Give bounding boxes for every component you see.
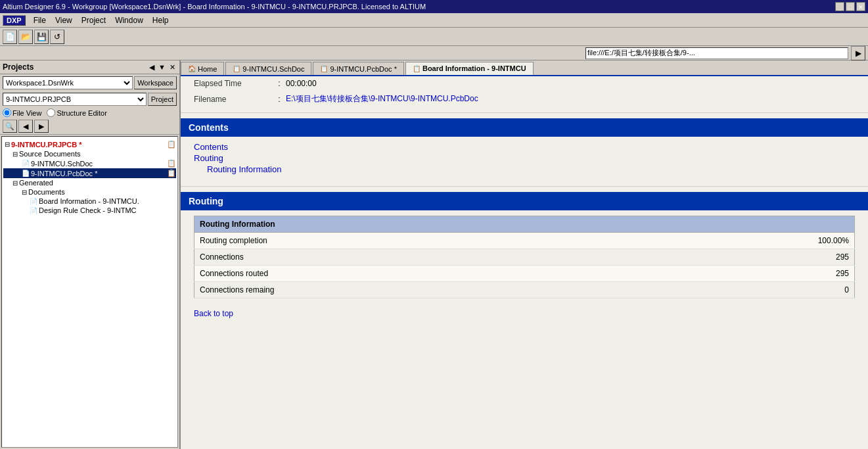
sidebar-icon-btn-3[interactable]: ▶ xyxy=(34,120,49,133)
tree-item-source-docs[interactable]: ⊟ Source Documents xyxy=(3,149,176,158)
menu-help[interactable]: Help xyxy=(148,14,173,26)
menu-window[interactable]: Window xyxy=(111,14,147,26)
connections-remaining-label: Connections remaing xyxy=(194,282,637,298)
generated-label: Generated xyxy=(19,179,53,187)
menu-bar: DXP File View Project Window Help xyxy=(0,13,868,28)
file-view-label: File View xyxy=(12,109,41,117)
toolbar: 📄 📂 💾 ↺ xyxy=(0,28,868,46)
toolbar-open[interactable]: 📂 xyxy=(18,30,33,44)
routing-info-link[interactable]: Routing Information xyxy=(194,164,855,174)
pcbdoc-tab-label: 9-INTMCU.PcbDoc * xyxy=(330,65,396,73)
sidebar-header: Projects ◀ ▼ ✕ xyxy=(0,60,179,74)
structure-editor-label: Structure Editor xyxy=(57,109,106,117)
project-label: 9-INTMCU.PRJPCB * xyxy=(11,141,82,149)
documents-label: Documents xyxy=(28,188,65,196)
table-row: Connections 295 xyxy=(194,249,855,266)
minimize-button[interactable]: _ xyxy=(835,2,844,11)
routing-table-caption: Routing Information xyxy=(194,216,855,233)
sidebar-controls[interactable]: ◀ ▼ ✕ xyxy=(148,63,177,72)
back-to-top: Back to top xyxy=(181,304,868,323)
connections-routed-label: Connections routed xyxy=(194,266,637,282)
drc-label: Design Rule Check - 9-INTMC xyxy=(39,206,137,214)
board-info-label: Board Information - 9-INTMCU. xyxy=(39,197,139,205)
contents-links-section: Contents Routing Routing Information xyxy=(181,137,868,181)
tab-boardinfo[interactable]: 📋 Board Information - 9-INTMCU xyxy=(405,62,534,75)
toolbar-new[interactable]: 📄 xyxy=(3,30,17,44)
sidebar-menu-btn[interactable]: ▼ xyxy=(157,63,167,72)
menu-view[interactable]: View xyxy=(51,14,76,26)
file-view-radio-label[interactable]: File View xyxy=(3,108,41,117)
pcbdoc-label: 9-INTMCU.PcbDoc * xyxy=(31,170,97,177)
connections-remaining-value: 0 xyxy=(637,282,854,298)
table-row: Connections remaing 0 xyxy=(194,282,855,298)
pcbdoc-marker: 📋 xyxy=(167,169,176,177)
title-bar-text: Altium Designer 6.9 - Workgroup [Workspa… xyxy=(3,3,426,11)
address-go-btn[interactable]: ▶ xyxy=(851,46,865,60)
contents-section-header: Contents xyxy=(181,118,868,137)
toolbar-refresh[interactable]: ↺ xyxy=(50,30,64,44)
address-input[interactable] xyxy=(585,47,848,59)
sidebar-icon-btn-2[interactable]: ◀ xyxy=(18,120,33,133)
schdoc-marker: 📋 xyxy=(167,159,176,168)
routing-completion-label: Routing completion xyxy=(194,233,637,249)
sidebar-collapse-btn[interactable]: ◀ xyxy=(148,63,156,72)
divider-1 xyxy=(181,112,868,113)
tab-bar: 🏠 Home 📋 9-INTMCU.SchDoc 📋 9-INTMCU.PcbD… xyxy=(181,60,868,76)
documents-icon: ⊟ xyxy=(22,189,27,196)
connections-routed-value: 295 xyxy=(637,266,854,282)
tab-schdoc[interactable]: 📋 9-INTMCU.SchDoc xyxy=(225,62,311,75)
schdoc-tab-label: 9-INTMCU.SchDoc xyxy=(242,65,304,73)
elapsed-value: 00:00:00 xyxy=(286,79,317,88)
schdoc-tab-icon: 📋 xyxy=(233,65,240,72)
divider-2 xyxy=(181,186,868,187)
tree-item-schdoc[interactable]: 📄 9-INTMCU.SchDoc 📋 xyxy=(3,158,176,168)
content-body: Elapsed Time : 00:00:00 Filename : E:\项目… xyxy=(181,76,868,449)
routing-header-text: Routing xyxy=(189,196,223,206)
toolbar-save[interactable]: 💾 xyxy=(34,30,49,44)
home-tab-icon: 🏠 xyxy=(188,65,196,72)
table-row: Routing completion 100.00% xyxy=(194,233,855,249)
file-tree: ⊟ 9-INTMCU.PRJPCB * 📋 ⊟ Source Documents… xyxy=(1,136,178,448)
filename-label: Filename xyxy=(194,95,273,104)
contents-link[interactable]: Contents xyxy=(194,142,855,152)
boardinfo-tab-label: Board Information - 9-INTMCU xyxy=(423,64,526,72)
dxp-menu[interactable]: DXP xyxy=(3,15,26,26)
contents-header-text: Contents xyxy=(189,122,229,133)
sidebar-close-btn[interactable]: ✕ xyxy=(168,63,177,72)
menu-file[interactable]: File xyxy=(30,14,50,26)
tree-item-board-info[interactable]: 📄 Board Information - 9-INTMCU. xyxy=(3,197,176,206)
file-icon: 📄 xyxy=(22,160,30,167)
tree-item-pcbdoc[interactable]: 📄 9-INTMCU.PcbDoc * 📋 xyxy=(3,168,176,178)
tab-pcbdoc[interactable]: 📋 9-INTMCU.PcbDoc * xyxy=(313,62,403,75)
structure-editor-radio-label[interactable]: Structure Editor xyxy=(47,108,106,117)
structure-editor-radio[interactable] xyxy=(47,108,55,117)
tree-item-drc[interactable]: 📄 Design Rule Check - 9-INTMC xyxy=(3,206,176,215)
project-button[interactable]: Project xyxy=(148,93,177,106)
filename-value: E:\项目七集\转接板合集\9-INTMCU\9-INTMCU.PcbDoc xyxy=(286,93,478,105)
maximize-button[interactable]: □ xyxy=(846,2,855,11)
pcb-icon: 📄 xyxy=(22,170,30,177)
sidebar-icon-btn-1[interactable]: 🔍 xyxy=(3,120,17,133)
elapsed-sep: : xyxy=(273,79,286,88)
workspace-row: Workspace1.DsnWrk Workspace xyxy=(0,74,179,91)
tree-item-generated[interactable]: ⊟ Generated xyxy=(3,178,176,187)
filename-link[interactable]: E:\项目七集\转接板合集\9-INTMCU\9-INTMCU.PcbDoc xyxy=(286,94,478,103)
home-tab-label: Home xyxy=(198,65,217,73)
board-info-icon: 📄 xyxy=(30,198,37,205)
file-view-radio[interactable] xyxy=(3,108,11,117)
tree-item-documents[interactable]: ⊟ Documents xyxy=(3,187,176,197)
back-to-top-link[interactable]: Back to top xyxy=(194,309,233,318)
tree-item-project[interactable]: ⊟ 9-INTMCU.PRJPCB * 📋 xyxy=(3,139,176,149)
project-marker-icon: 📋 xyxy=(167,140,176,149)
project-dropdown[interactable]: 9-INTMCU.PRJPCB xyxy=(3,93,147,106)
workspace-button[interactable]: Workspace xyxy=(134,76,177,89)
close-button[interactable]: ✕ xyxy=(856,2,865,11)
tab-home[interactable]: 🏠 Home xyxy=(181,62,224,75)
title-bar-controls[interactable]: _ □ ✕ xyxy=(835,2,865,11)
content-area: 🏠 Home 📋 9-INTMCU.SchDoc 📋 9-INTMCU.PcbD… xyxy=(181,60,868,449)
connections-label: Connections xyxy=(194,249,637,266)
routing-link[interactable]: Routing xyxy=(194,153,855,163)
connections-value: 295 xyxy=(637,249,854,266)
menu-project[interactable]: Project xyxy=(78,14,110,26)
workspace-dropdown[interactable]: Workspace1.DsnWrk xyxy=(3,76,133,89)
